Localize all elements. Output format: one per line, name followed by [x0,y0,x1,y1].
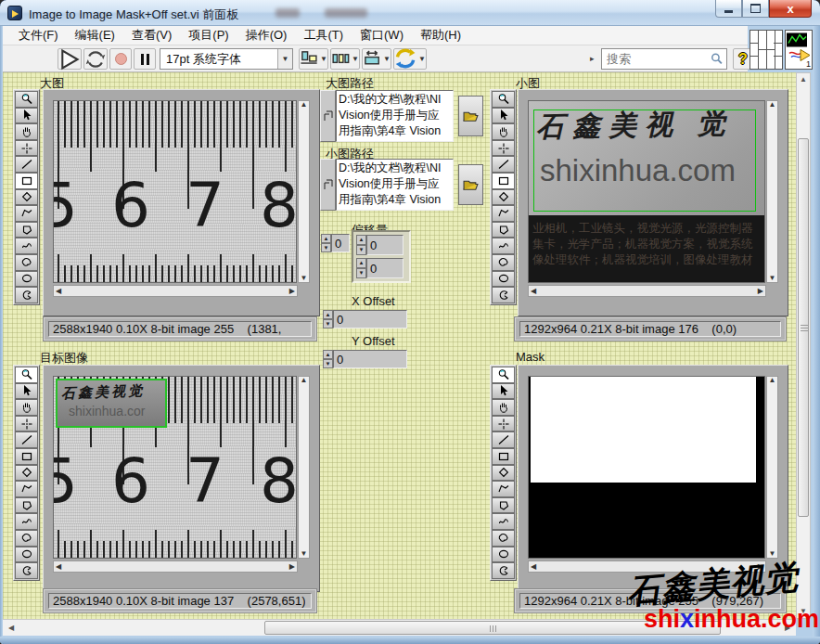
menu-item-7[interactable]: 帮助(H) [412,25,469,45]
tool-freehand-region-button[interactable] [15,254,38,271]
big-path-value[interactable]: D:\我的文档\教程\NI Vision使用手册与应用指南\第4章 Vision [336,90,454,142]
front-panel[interactable]: 大图 小图 目标图像 Mask 5 6 7 8 ▲▼ [3,72,796,619]
tool-line-button[interactable] [15,156,38,173]
search-expand-icon[interactable]: ▸ [590,54,595,63]
tool-oval-button[interactable] [15,271,38,288]
big-image-canvas[interactable]: 5 6 7 8 [53,100,297,283]
resize-objects-button[interactable]: ▼ [362,48,391,70]
title-bar[interactable]: Image to Image Mask+Off set.vi 前面板 x [0,0,820,26]
index-spinner[interactable]: ▲▼ [321,234,331,252]
small-image-vscrollbar[interactable]: ▲▼ [766,100,778,283]
search-icon[interactable] [710,52,724,66]
menu-item-4[interactable]: 操作(O) [237,25,296,45]
offset-element-1[interactable]: ▲▼ 0 [356,258,404,278]
target-image-display[interactable]: 5 6 7 8 石鑫美视觉 shixinhua.cor ▲▼ ◀▶ [43,365,320,592]
big-image-display[interactable]: 5 6 7 8 ▲▼ ◀▶ [43,89,320,316]
tool-freehand-line-button[interactable] [15,238,38,254]
y-offset-spinner[interactable]: ▲▼ [323,350,333,368]
offset-array-index[interactable]: ▲▼ 0 [321,234,350,252]
tool-freehand-line-button[interactable] [15,513,38,530]
element-spinner[interactable]: ▲▼ [356,235,366,255]
scroll-down-icon[interactable]: ▼ [797,605,810,618]
small-path-browse-button[interactable] [458,164,483,205]
big-image-hscrollbar[interactable]: ◀▶ [53,285,298,297]
y-offset-value[interactable]: 0 [333,350,407,368]
search-input[interactable] [602,51,710,67]
menu-item-3[interactable]: 项目(P) [180,25,237,45]
reorder-objects-button[interactable]: ▼ [393,48,427,70]
y-offset-control[interactable]: ▲▼ 0 [323,350,407,368]
element-value[interactable]: 0 [366,258,404,278]
run-button[interactable] [58,48,82,70]
tool-rectangle-button[interactable] [15,448,38,465]
tool-polyline-button[interactable] [492,205,515,222]
panel-horizontal-scrollbar[interactable]: ◀ ▶ [3,619,796,636]
tool-polygon-button[interactable] [15,497,38,514]
close-button[interactable]: x [769,0,812,18]
small-image-canvas[interactable]: 石鑫美视 觉 shixinhua.com 业相机，工业镜头，视觉光源，光源控制器… [528,100,765,283]
tool-pan-button[interactable] [492,123,515,140]
tool-polyline-button[interactable] [15,205,38,222]
big-path-type-icon[interactable] [320,90,336,142]
tool-freehand-region-button[interactable] [492,530,515,547]
tool-oval-button[interactable] [492,547,515,563]
tool-pan-button[interactable] [15,123,38,140]
menu-item-0[interactable]: 文件(F) [10,25,67,45]
tool-select-button[interactable] [492,383,515,400]
mask-image-display[interactable]: ▲▼ ◀▶ [518,365,788,592]
distribute-objects-button[interactable]: ▼ [330,48,360,70]
tool-select-button[interactable] [492,108,515,124]
scroll-up-icon[interactable]: ▲ [797,73,810,86]
minimize-button[interactable] [715,0,742,18]
tool-polygon-button[interactable] [15,222,38,238]
font-selector[interactable]: 17pt 系统字体 ▼ [160,48,293,70]
tool-annulus-button[interactable] [492,562,515,579]
menu-item-6[interactable]: 窗口(W) [352,25,412,45]
element-spinner[interactable]: ▲▼ [356,258,366,278]
align-objects-button[interactable]: ▼ [299,48,328,70]
chevron-down-icon[interactable]: ▼ [277,49,292,69]
tool-polyline-button[interactable] [15,481,38,497]
scroll-right-icon[interactable]: ▶ [781,622,794,635]
connector-pane-icon[interactable] [750,30,783,70]
horizontal-scroll-thumb[interactable] [264,621,721,635]
big-image-vscrollbar[interactable]: ▲▼ [298,100,310,283]
tool-polyline-button[interactable] [492,481,515,497]
tool-oval-button[interactable] [15,547,38,563]
tool-freehand-region-button[interactable] [15,530,38,547]
tool-annulus-button[interactable] [15,562,38,579]
tool-zoom-button[interactable] [492,91,515,108]
tool-zoom-button[interactable] [492,367,515,383]
tool-point-button[interactable] [492,416,515,432]
element-value[interactable]: 0 [366,235,404,255]
tool-freehand-line-button[interactable] [492,238,515,254]
small-image-display[interactable]: 石鑫美视 觉 shixinhua.com 业相机，工业镜头，视觉光源，光源控制器… [518,89,788,316]
tool-oval-button[interactable] [492,271,515,288]
tool-zoom-button[interactable] [15,91,38,108]
small-path-value[interactable]: D:\我的文档\教程\NI Vision使用手册与应用指南\第4章 Vision [336,159,454,211]
target-image-hscrollbar[interactable]: ◀▶ [53,560,298,573]
tool-freehand-region-button[interactable] [492,254,515,271]
tool-freehand-line-button[interactable] [492,513,515,530]
menu-item-5[interactable]: 工具(T) [295,25,352,45]
tool-rotated-rectangle-button[interactable] [492,465,515,482]
menu-item-2[interactable]: 查看(V) [123,25,180,45]
big-path-browse-button[interactable] [458,96,483,136]
x-offset-value[interactable]: 0 [333,310,407,328]
tool-point-button[interactable] [15,416,38,432]
target-image-vscrollbar[interactable]: ▲▼ [298,376,310,559]
offset-element-0[interactable]: ▲▼ 0 [356,235,404,255]
vertical-scroll-thumb[interactable] [798,138,809,517]
tool-rotated-rectangle-button[interactable] [15,465,38,482]
maximize-button[interactable] [742,0,769,18]
tool-pan-button[interactable] [15,399,38,416]
tool-line-button[interactable] [492,156,515,173]
tool-zoom-button[interactable] [15,367,38,383]
mask-image-canvas[interactable] [528,376,765,559]
small-image-hscrollbar[interactable]: ◀▶ [528,285,766,297]
target-image-canvas[interactable]: 5 6 7 8 石鑫美视觉 shixinhua.cor [53,376,297,559]
tool-point-button[interactable] [15,140,38,157]
run-continuous-button[interactable] [83,48,108,70]
menu-item-1[interactable]: 编辑(E) [67,25,123,45]
tool-polygon-button[interactable] [492,497,515,514]
